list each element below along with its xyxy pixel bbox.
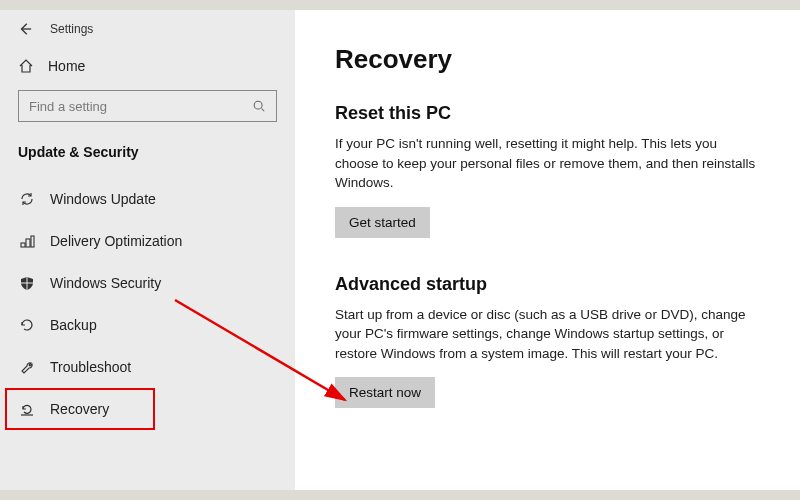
search-icon (252, 99, 266, 113)
svg-rect-1 (21, 243, 25, 247)
reset-body: If your PC isn't running well, resetting… (335, 134, 760, 193)
reset-heading: Reset this PC (335, 103, 760, 124)
restart-now-button[interactable]: Restart now (335, 377, 435, 408)
recovery-icon (18, 400, 36, 418)
window-title: Settings (50, 22, 93, 36)
home-icon (18, 58, 34, 74)
sidebar-item-recovery[interactable]: Recovery (0, 388, 295, 430)
sidebar-item-label: Windows Update (50, 191, 156, 207)
shield-icon (18, 274, 36, 292)
section-header: Update & Security (0, 134, 295, 178)
wrench-icon (18, 358, 36, 376)
sidebar-item-backup[interactable]: Backup (0, 304, 295, 346)
main-content: Recovery Reset this PC If your PC isn't … (295, 10, 800, 490)
page-title: Recovery (335, 44, 760, 75)
delivery-icon (18, 232, 36, 250)
sync-icon (18, 190, 36, 208)
sidebar-item-label: Windows Security (50, 275, 161, 291)
svg-rect-2 (26, 239, 30, 247)
svg-rect-3 (31, 236, 34, 247)
backup-icon (18, 316, 36, 334)
sidebar-item-troubleshoot[interactable]: Troubleshoot (0, 346, 295, 388)
back-icon[interactable] (18, 22, 32, 36)
titlebar: Settings (0, 22, 295, 50)
advanced-heading: Advanced startup (335, 274, 760, 295)
sidebar-item-label: Troubleshoot (50, 359, 131, 375)
sidebar-item-windows-security[interactable]: Windows Security (0, 262, 295, 304)
search-box[interactable] (18, 90, 277, 122)
sidebar-item-delivery-optimization[interactable]: Delivery Optimization (0, 220, 295, 262)
svg-point-0 (254, 101, 262, 109)
sidebar-item-label: Delivery Optimization (50, 233, 182, 249)
nav-home-label: Home (48, 58, 85, 74)
nav-home[interactable]: Home (0, 50, 295, 82)
advanced-body: Start up from a device or disc (such as … (335, 305, 760, 364)
sidebar-item-windows-update[interactable]: Windows Update (0, 178, 295, 220)
sidebar: Settings Home Update & Security Windows … (0, 10, 295, 490)
search-input[interactable] (29, 99, 252, 114)
sidebar-item-label: Recovery (50, 401, 109, 417)
sidebar-item-label: Backup (50, 317, 97, 333)
get-started-button[interactable]: Get started (335, 207, 430, 238)
settings-window: Settings Home Update & Security Windows … (0, 10, 800, 490)
